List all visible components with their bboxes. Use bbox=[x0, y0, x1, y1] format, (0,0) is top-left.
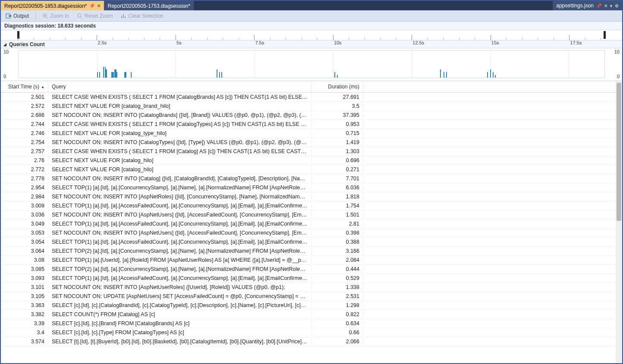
chart-bar bbox=[116, 72, 117, 78]
cell-duration: 2.066 bbox=[312, 337, 363, 346]
scrollbar-thumb[interactable] bbox=[617, 83, 621, 221]
table-row[interactable]: 2.744SELECT CASE WHEN EXISTS ( SELECT 1 … bbox=[1, 120, 616, 129]
cell-query: SET NOCOUNT ON; UPDATE [AspNetUsers] SET… bbox=[48, 292, 312, 301]
cell-start-time: 2.754 bbox=[1, 138, 48, 147]
cell-start-time: 3.085 bbox=[1, 265, 48, 273]
tab-appsettings[interactable]: appsettings.json 📌 ✕ ▾ ⚙ bbox=[553, 1, 622, 10]
table-row[interactable]: 3.39SELECT [c].[Id], [c].[Brand] FROM [C… bbox=[1, 319, 616, 328]
close-icon[interactable]: ✕ bbox=[604, 3, 607, 8]
table-row[interactable]: 2.572SELECT NEXT VALUE FOR [catalog_bran… bbox=[1, 102, 616, 111]
chart-bar bbox=[103, 67, 104, 78]
tab-report-1753[interactable]: Report20200505-1753.diagsession* bbox=[104, 1, 193, 10]
cell-query: SELECT [c].[Id], [c].[CatalogBrandId], [… bbox=[48, 301, 312, 310]
table-row[interactable]: 3.382SELECT COUNT(*) FROM [Catalog] AS [… bbox=[1, 310, 616, 319]
cell-duration: 0.696 bbox=[312, 156, 363, 165]
table-row[interactable]: 2.772SELECT NEXT VALUE FOR [catalog_hilo… bbox=[1, 165, 616, 174]
zoom-in-button[interactable]: Zoom In bbox=[39, 12, 72, 20]
cell-start-time: 2.744 bbox=[1, 120, 48, 129]
table-row[interactable]: 3.009SELECT TOP(1) [a].[Id], [a].[Access… bbox=[1, 201, 616, 210]
vertical-scrollbar[interactable] bbox=[616, 81, 622, 363]
cell-start-time: 2.984 bbox=[1, 192, 48, 201]
cell-duration: 1.501 bbox=[312, 210, 363, 219]
cell-duration: 0.388 bbox=[312, 238, 363, 246]
cell-start-time: 2.746 bbox=[1, 129, 48, 138]
ruler-tick-label: 15s bbox=[491, 40, 499, 45]
query-grid[interactable]: Start Time (s)▲ Query Duration (ms) 2.50… bbox=[1, 81, 616, 363]
chart-bar bbox=[131, 72, 132, 78]
table-row[interactable]: 3.093SELECT TOP(1) [a].[Id], [a].[Access… bbox=[1, 274, 616, 283]
table-row[interactable]: 3.053SET NOCOUNT ON; INSERT INTO [AspNet… bbox=[1, 229, 616, 238]
cell-query: SELECT TOP(1) [a].[Id], [a].[AccessFaile… bbox=[48, 201, 312, 210]
tab-report-1853[interactable]: Report20200505-1853.diagsession* 📌 ✕ bbox=[1, 1, 104, 10]
pin-icon[interactable]: 📌 bbox=[89, 3, 94, 8]
chart-bar bbox=[217, 69, 217, 78]
cell-start-time: 2.76 bbox=[1, 156, 48, 165]
table-row[interactable]: 3.054SELECT TOP(1) [a].[Id], [a].[Access… bbox=[1, 238, 616, 247]
table-row[interactable]: 3.4SELECT [c].[Id], [c].[Type] FROM [Cat… bbox=[1, 328, 616, 337]
table-row[interactable]: 2.686SET NOCOUNT ON; INSERT INTO [Catalo… bbox=[1, 111, 616, 120]
cell-start-time: 2.772 bbox=[1, 165, 48, 174]
reset-zoom-button[interactable]: Reset Zoom bbox=[74, 12, 116, 20]
section-title: Queries Count bbox=[9, 41, 45, 47]
cell-query: SELECT [c].[Id], [c].[Type] FROM [Catalo… bbox=[48, 328, 312, 337]
y-tick-max-right: 10 bbox=[614, 49, 620, 54]
cell-start-time: 3.049 bbox=[1, 220, 48, 228]
cell-query: SELECT NEXT VALUE FOR [catalog_hilo] bbox=[48, 165, 312, 174]
table-row[interactable]: 2.984SET NOCOUNT ON; INSERT INTO [AspNet… bbox=[1, 192, 616, 201]
cell-query: SELECT [t].[Id], [t].[BuyerId], [b0].[Id… bbox=[48, 337, 312, 346]
button-label: Zoom In bbox=[50, 13, 69, 19]
cell-duration: 0.715 bbox=[312, 129, 363, 138]
gear-icon[interactable]: ⚙ bbox=[615, 3, 619, 8]
ruler-tick-label: 2.5s bbox=[98, 40, 107, 45]
table-row[interactable]: 2.778SET NOCOUNT ON; INSERT INTO [Catalo… bbox=[1, 174, 616, 183]
col-query[interactable]: Query bbox=[48, 81, 312, 92]
cell-duration: 0.271 bbox=[312, 165, 363, 174]
table-row[interactable]: 2.501SELECT CASE WHEN EXISTS ( SELECT 1 … bbox=[1, 93, 616, 102]
tab-label: Report20200505-1853.diagsession* bbox=[4, 3, 87, 9]
table-row[interactable]: 2.746SELECT NEXT VALUE FOR [catalog_type… bbox=[1, 129, 616, 138]
queries-count-chart[interactable]: 10 0 10 0 bbox=[1, 48, 622, 81]
cell-start-time: 3.363 bbox=[1, 301, 48, 310]
table-row[interactable]: 2.954SELECT TOP(1) [a].[Id], [a].[Concur… bbox=[1, 183, 616, 192]
cell-query: SET NOCOUNT ON; INSERT INTO [AspNetUsers… bbox=[48, 210, 312, 219]
table-row[interactable]: 2.754SET NOCOUNT ON; INSERT INTO [Catalo… bbox=[1, 138, 616, 147]
table-row[interactable]: 3.036SET NOCOUNT ON; INSERT INTO [AspNet… bbox=[1, 210, 616, 220]
close-icon[interactable]: ✕ bbox=[97, 3, 101, 8]
table-row[interactable]: 3.574SELECT [t].[Id], [t].[BuyerId], [b0… bbox=[1, 337, 616, 346]
clear-selection-button[interactable]: Clear Selection bbox=[117, 12, 166, 20]
cell-start-time: 3.4 bbox=[1, 328, 48, 337]
table-row[interactable]: 3.085SELECT TOP(2) [a].[Id], [a].[Concur… bbox=[1, 265, 616, 274]
session-header: Diagnostics session: 18.633 seconds bbox=[1, 22, 622, 30]
table-row[interactable]: 3.101SET NOCOUNT ON; INSERT INTO [AspNet… bbox=[1, 283, 616, 292]
cell-start-time: 3.036 bbox=[1, 210, 48, 219]
cell-duration: 0.444 bbox=[312, 265, 363, 273]
cell-query: SELECT TOP(2) [a].[Id], [a].[Concurrency… bbox=[48, 265, 312, 273]
table-row[interactable]: 3.105SET NOCOUNT ON; UPDATE [AspNetUsers… bbox=[1, 292, 616, 301]
col-start-time[interactable]: Start Time (s)▲ bbox=[1, 81, 48, 92]
chart-bar bbox=[440, 69, 441, 78]
cell-start-time: 3.064 bbox=[1, 247, 48, 255]
chart-bar bbox=[219, 72, 220, 78]
toolbar-separator bbox=[35, 12, 36, 20]
queries-count-header[interactable]: ◢ Queries Count bbox=[1, 41, 622, 48]
cell-duration: 1.419 bbox=[312, 138, 363, 147]
svg-line-2 bbox=[46, 17, 48, 19]
table-row[interactable]: 2.757SELECT CASE WHEN EXISTS ( SELECT 1 … bbox=[1, 147, 616, 156]
chart-bar bbox=[493, 72, 494, 78]
col-duration[interactable]: Duration (ms) bbox=[312, 81, 363, 92]
table-row[interactable]: 3.049SELECT TOP(1) [a].[Id], [a].[Access… bbox=[1, 220, 616, 229]
cell-start-time: 3.009 bbox=[1, 201, 48, 210]
cell-duration: 1.338 bbox=[312, 283, 363, 292]
pin-icon[interactable]: 📌 bbox=[596, 3, 601, 8]
chevron-down-icon[interactable]: ▾ bbox=[610, 3, 612, 8]
table-row[interactable]: 3.064SELECT TOP(2) [a].[Id], [a].[Concur… bbox=[1, 247, 616, 256]
output-button[interactable]: Output bbox=[3, 12, 32, 20]
grid-header: Start Time (s)▲ Query Duration (ms) bbox=[1, 81, 616, 93]
table-row[interactable]: 2.76SELECT NEXT VALUE FOR [catalog_hilo]… bbox=[1, 156, 616, 165]
timeline-ruler[interactable]: 2.5s5s7.5s10s12.5s15s17.5s bbox=[1, 30, 622, 41]
cell-query: SELECT CASE WHEN EXISTS ( SELECT 1 FROM … bbox=[48, 93, 312, 101]
table-row[interactable]: 3.08SELECT TOP(1) [a].[UserId], [a].[Rol… bbox=[1, 256, 616, 265]
chart-bar bbox=[126, 72, 126, 78]
table-row[interactable]: 3.363SELECT [c].[Id], [c].[CatalogBrandI… bbox=[1, 301, 616, 310]
cell-start-time: 2.778 bbox=[1, 174, 48, 183]
